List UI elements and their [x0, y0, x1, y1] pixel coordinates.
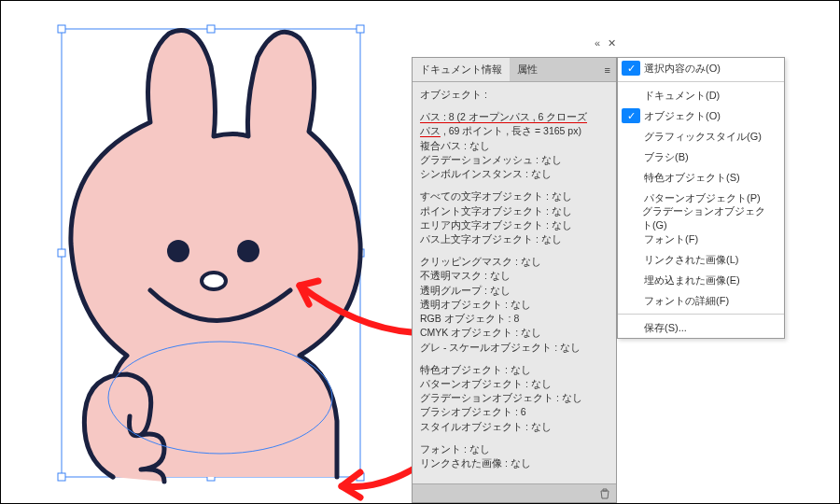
- panel-footer: [413, 483, 616, 502]
- flyout-linked-image[interactable]: リンクされた画像(L): [618, 249, 784, 270]
- svg-rect-3: [58, 249, 65, 257]
- svg-rect-1: [207, 25, 215, 33]
- spot-obj-line: 特色オブジェクト : なし: [420, 363, 609, 377]
- svg-rect-5: [58, 473, 65, 481]
- panel-body: オブジェクト : パス : 8 (2 オープンパス , 6 クローズ パス , …: [413, 82, 616, 483]
- check-icon: ✓: [622, 108, 640, 123]
- panel-menu-button[interactable]: ≡: [599, 61, 616, 79]
- nose: [202, 273, 226, 289]
- flyout-object[interactable]: ✓オブジェクト(O): [618, 105, 784, 126]
- path-count-line: パス : 8 (2 オープンパス , 6 クローズ: [420, 111, 587, 123]
- compound-path-line: 複合パス : なし: [420, 139, 609, 153]
- svg-rect-2: [357, 25, 364, 33]
- bunny-illustration: [1, 1, 412, 504]
- path-count-line2a: パス: [420, 125, 441, 137]
- cmyk-obj-line: CMYK オブジェクト : なし: [420, 326, 609, 340]
- path-count-line2b: , 69 ポイント , 長さ = 3165 px): [441, 125, 581, 136]
- linked-img-line: リンクされた画像 : なし: [420, 456, 609, 470]
- tab-document-info[interactable]: ドキュメント情報: [413, 58, 510, 81]
- brush-obj-line: ブラシオブジェクト : 6: [420, 405, 609, 419]
- panel-flyout-menu: ✓選択内容のみ(O) ドキュメント(D) ✓オブジェクト(O) グラフィックスタ…: [617, 57, 785, 339]
- panel-close-icon[interactable]: ✕: [608, 37, 616, 49]
- tab-attributes[interactable]: 属性: [510, 58, 545, 81]
- flyout-font-detail[interactable]: フォントの詳細(F): [618, 290, 784, 311]
- grad-obj-line: グラデーションオブジェクト : なし: [420, 391, 609, 405]
- all-text-line: すべての文字オブジェクト : なし: [420, 189, 609, 203]
- svg-rect-0: [58, 25, 65, 33]
- artboard: [1, 1, 412, 504]
- symbol-inst-line: シンボルインスタンス : なし: [420, 167, 609, 181]
- point-text-line: ポイント文字オブジェクト : なし: [420, 204, 609, 218]
- eye-left: [167, 240, 189, 262]
- flyout-graphic-style[interactable]: グラフィックスタイル(G): [618, 126, 784, 147]
- grad-mesh-line: グラデーションメッシュ : なし: [420, 153, 609, 167]
- rgb-obj-line: RGB オブジェクト : 8: [420, 312, 609, 326]
- opacity-mask-line: 不透明マスク : なし: [420, 269, 609, 283]
- clip-mask-line: クリッピングマスク : なし: [420, 255, 609, 269]
- document-info-panel: « ✕ ドキュメント情報 属性 ≡ オブジェクト : パス : 8 (2 オープ…: [412, 57, 617, 503]
- flyout-spot-object[interactable]: 特色オブジェクト(S): [618, 167, 784, 188]
- flyout-save[interactable]: 保存(S)...: [618, 317, 784, 338]
- flyout-selection-only[interactable]: ✓選択内容のみ(O): [618, 58, 784, 78]
- flyout-document[interactable]: ドキュメント(D): [618, 85, 784, 105]
- trans-obj-line: 透明オブジェクト : なし: [420, 298, 609, 312]
- eye-right: [237, 240, 259, 262]
- font-line: フォント : なし: [420, 442, 609, 456]
- style-obj-line: スタイルオブジェクト : なし: [420, 420, 609, 434]
- gray-obj-line: グレ - スケールオブジェクト : なし: [420, 341, 609, 355]
- area-text-line: エリア内文字オブジェクト : なし: [420, 218, 609, 232]
- flyout-brush[interactable]: ブラシ(B): [618, 147, 784, 167]
- trash-icon[interactable]: [599, 488, 610, 499]
- object-header: オブジェクト :: [420, 89, 487, 100]
- check-icon: ✓: [622, 61, 640, 76]
- path-text-line: パス上文字オブジェクト : なし: [420, 232, 609, 246]
- panel-header: ドキュメント情報 属性 ≡: [413, 58, 616, 82]
- flyout-embedded-image[interactable]: 埋め込まれた画像(E): [618, 270, 784, 290]
- pattern-obj-line: パターンオブジェクト : なし: [420, 377, 609, 391]
- trans-group-line: 透明グループ : なし: [420, 284, 609, 298]
- annotation-arrow-1: [281, 272, 421, 346]
- panel-collapse-icon[interactable]: «: [595, 37, 600, 49]
- flyout-gradation-object[interactable]: グラデーションオブジェクト(G): [618, 208, 784, 229]
